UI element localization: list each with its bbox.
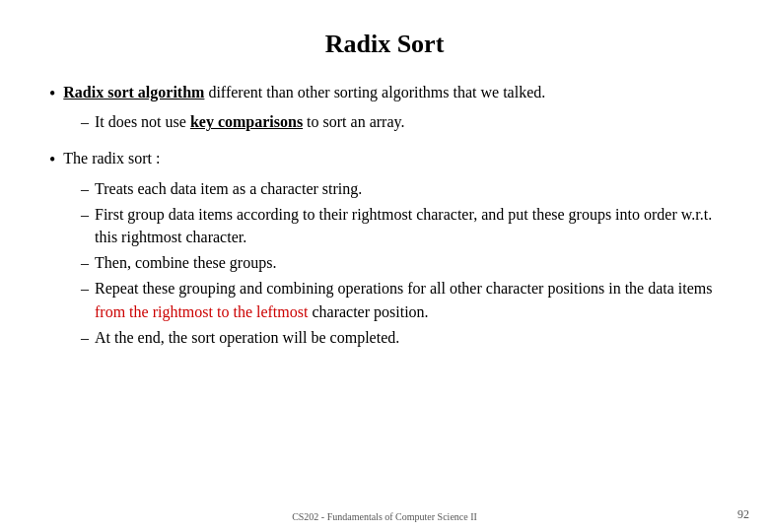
bullet-dot-1: •: [49, 82, 55, 106]
sub-bullet-2-1: – Treats each data item as a character s…: [81, 177, 720, 200]
slide-content: • Radix sort algorithm different than ot…: [49, 81, 720, 502]
sub-dash-2-4: –: [81, 277, 89, 299]
sub-text-2-3: Then, combine these groups.: [95, 251, 720, 274]
sub-dash-1-1: –: [81, 110, 89, 133]
sub-bullet-2-5: – At the end, the sort operation will be…: [81, 326, 720, 349]
slide: Radix Sort • Radix sort algorithm differ…: [0, 0, 769, 532]
key-comparisons-label: key comparisons: [190, 113, 303, 130]
bullet-section-1: • Radix sort algorithm different than ot…: [49, 81, 720, 133]
sub-dash-2-2: –: [81, 203, 89, 226]
bullet-text-1-rest: different than other sorting algorithms …: [208, 84, 545, 100]
sub-bullets-2: – Treats each data item as a character s…: [81, 177, 720, 349]
sub-text-2-5: At the end, the sort operation will be c…: [95, 326, 720, 349]
bullet-text-1: Radix sort algorithm different than othe…: [63, 81, 545, 103]
sub-bullets-1: – It does not use key comparisons to sor…: [81, 110, 720, 133]
sub-text-1-1: It does not use key comparisons to sort …: [95, 110, 720, 133]
radix-sort-algorithm-label: Radix sort algorithm: [63, 84, 204, 100]
red-text-rightmost: from the rightmost to the leftmost: [95, 303, 308, 320]
sub-bullet-2-4: – Repeat these grouping and combining op…: [81, 277, 720, 322]
bullet-dot-2: •: [49, 148, 55, 172]
sub-bullet-1-1: – It does not use key comparisons to sor…: [81, 110, 720, 133]
sub-bullet-2-2: – First group data items according to th…: [81, 203, 720, 248]
sub-dash-2-1: –: [81, 177, 89, 200]
bullet-main-1: • Radix sort algorithm different than ot…: [49, 81, 720, 106]
sub-text-2-4: Repeat these grouping and combining oper…: [95, 277, 720, 322]
sub-dash-2-5: –: [81, 326, 89, 349]
sub-dash-2-3: –: [81, 251, 89, 274]
footer-page: 92: [737, 507, 749, 522]
sub-text-2-2: First group data items according to thei…: [95, 203, 720, 248]
bullet-main-2: • The radix sort :: [49, 147, 720, 172]
bullet-section-2: • The radix sort : – Treats each data it…: [49, 147, 720, 349]
footer-course: CS202 - Fundamentals of Computer Science…: [292, 511, 477, 522]
sub-bullet-2-3: – Then, combine these groups.: [81, 251, 720, 274]
bullet-text-2: The radix sort :: [63, 147, 160, 169]
slide-title: Radix Sort: [49, 30, 720, 59]
sub-text-2-1: Treats each data item as a character str…: [95, 177, 720, 200]
